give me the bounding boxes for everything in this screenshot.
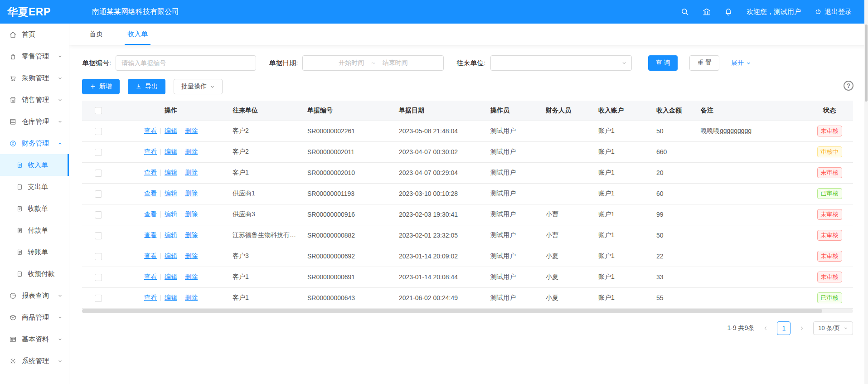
link-separator xyxy=(160,253,161,259)
delete-link[interactable]: 删除 xyxy=(185,294,198,301)
sidebar-subitem-5-2[interactable]: 收款单 xyxy=(0,198,69,219)
link-separator xyxy=(181,295,181,301)
doc-icon xyxy=(16,271,23,277)
view-link[interactable]: 查看 xyxy=(144,190,157,197)
sidebar-subitem-5-1[interactable]: 支出单 xyxy=(0,176,69,198)
select-all-checkbox[interactable] xyxy=(95,107,102,114)
horizontal-scrollbar[interactable] xyxy=(82,309,853,313)
column-header-amount: 收入金额 xyxy=(651,101,695,121)
bell-icon[interactable] xyxy=(724,7,733,16)
cell-status: 未审核 xyxy=(806,121,853,141)
tab-income[interactable]: 收入单 xyxy=(125,24,150,45)
edit-link[interactable]: 编辑 xyxy=(165,127,177,134)
row-checkbox[interactable] xyxy=(95,274,102,281)
row-checkbox[interactable] xyxy=(95,295,102,302)
edit-link[interactable]: 编辑 xyxy=(165,294,177,301)
sidebar-item-8[interactable]: 基本资料 xyxy=(0,328,69,350)
sidebar-item-9[interactable]: 系统管理 xyxy=(0,350,69,372)
delete-link[interactable]: 删除 xyxy=(185,252,198,259)
cell-account: 账户1 xyxy=(593,204,651,225)
expand-link[interactable]: 展开 xyxy=(731,59,751,67)
sidebar-item-3[interactable]: 销售管理 xyxy=(0,89,69,111)
vertical-scrollbar[interactable] xyxy=(864,0,868,384)
view-link[interactable]: 查看 xyxy=(144,273,157,280)
cell-amount: 22 xyxy=(651,246,695,267)
sidebar-menu: 首页零售管理采购管理销售管理仓库管理财务管理收入单支出单收款单付款单转账单收预付… xyxy=(0,24,69,372)
tab-home[interactable]: 首页 xyxy=(87,24,106,45)
sidebar-subitem-5-3[interactable]: 付款单 xyxy=(0,219,69,241)
cell-status: 未审核 xyxy=(806,246,853,267)
view-link[interactable]: 查看 xyxy=(144,294,157,301)
view-link[interactable]: 查看 xyxy=(144,210,157,218)
row-checkbox[interactable] xyxy=(95,211,102,219)
search-button[interactable]: 查 询 xyxy=(648,55,678,71)
delete-link[interactable]: 删除 xyxy=(185,169,198,176)
delete-link[interactable]: 删除 xyxy=(185,148,198,155)
number-input[interactable] xyxy=(116,55,256,71)
sidebar-item-6[interactable]: 报表查询 xyxy=(0,285,69,306)
edit-link[interactable]: 编辑 xyxy=(165,210,177,218)
delete-link[interactable]: 删除 xyxy=(185,273,198,280)
sidebar-item-0[interactable]: 首页 xyxy=(0,24,69,45)
sidebar-item-2[interactable]: 采购管理 xyxy=(0,67,69,89)
view-link[interactable]: 查看 xyxy=(144,148,157,155)
sidebar-item-5[interactable]: 财务管理 xyxy=(0,132,69,154)
sidebar-subitem-5-4[interactable]: 转账单 xyxy=(0,241,69,263)
cell-operator: 测试用户 xyxy=(485,225,540,246)
page-1-button[interactable]: 1 xyxy=(777,321,790,335)
scrollbar-thumb[interactable] xyxy=(865,24,868,102)
bank-icon[interactable] xyxy=(702,7,711,16)
sales-icon xyxy=(9,96,17,104)
logout-button[interactable]: 退出登录 xyxy=(815,8,852,16)
cell-number: SR00000002261 xyxy=(302,121,393,141)
batch-button[interactable]: 批量操作 xyxy=(174,79,223,94)
sidebar-subitem-5-5[interactable]: 收预付款 xyxy=(0,263,69,285)
view-link[interactable]: 查看 xyxy=(144,231,157,238)
edit-link[interactable]: 编辑 xyxy=(165,252,177,259)
row-checkbox[interactable] xyxy=(95,170,102,177)
cell-date: 2023-02-03 19:30:41 xyxy=(393,204,485,225)
export-button[interactable]: 导出 xyxy=(128,79,165,94)
link-separator xyxy=(160,190,161,197)
edit-link[interactable]: 编辑 xyxy=(165,231,177,238)
reset-button[interactable]: 重 置 xyxy=(689,55,719,71)
edit-link[interactable]: 编辑 xyxy=(165,273,177,280)
partner-select[interactable] xyxy=(490,55,632,71)
cell-actions: 查看编辑删除 xyxy=(115,267,227,287)
page-size-select[interactable]: 10 条/页 xyxy=(813,321,853,335)
next-page-button[interactable] xyxy=(795,321,809,335)
delete-link[interactable]: 删除 xyxy=(185,127,198,134)
basic-icon xyxy=(9,335,17,343)
prev-page-button[interactable] xyxy=(759,321,772,335)
warehouse-icon xyxy=(9,118,17,126)
status-badge: 已审核 xyxy=(817,188,842,199)
sidebar-item-7[interactable]: 商品管理 xyxy=(0,306,69,328)
sidebar-item-4[interactable]: 仓库管理 xyxy=(0,111,69,132)
sidebar-subitem-label: 收预付款 xyxy=(28,270,55,278)
view-link[interactable]: 查看 xyxy=(144,252,157,259)
date-range-input[interactable]: 开始时间 ~ 结束时间 xyxy=(302,55,444,71)
row-checkbox[interactable] xyxy=(95,232,102,239)
row-checkbox[interactable] xyxy=(95,128,102,135)
sidebar-subitem-5-0[interactable]: 收入单 xyxy=(0,154,69,176)
search-icon[interactable] xyxy=(680,7,689,16)
add-button[interactable]: 新增 xyxy=(82,79,120,94)
delete-link[interactable]: 删除 xyxy=(185,231,198,238)
row-checkbox[interactable] xyxy=(95,253,102,260)
edit-link[interactable]: 编辑 xyxy=(165,169,177,176)
cell-remark xyxy=(695,225,806,246)
edit-link[interactable]: 编辑 xyxy=(165,190,177,197)
row-checkbox[interactable] xyxy=(95,190,102,198)
welcome-text: 欢迎您，测试用户 xyxy=(747,8,801,16)
edit-link[interactable]: 编辑 xyxy=(165,148,177,155)
delete-link[interactable]: 删除 xyxy=(185,210,198,218)
sidebar-item-1[interactable]: 零售管理 xyxy=(0,45,69,67)
help-icon[interactable]: ? xyxy=(844,81,853,91)
cell-operator: 测试用户 xyxy=(485,162,540,183)
pagination: 1-9 共9条 1 10 条/页 xyxy=(82,321,853,335)
row-checkbox[interactable] xyxy=(95,149,102,156)
delete-link[interactable]: 删除 xyxy=(185,190,198,197)
view-link[interactable]: 查看 xyxy=(144,169,157,176)
scrollbar-thumb[interactable] xyxy=(82,309,822,313)
view-link[interactable]: 查看 xyxy=(144,127,157,134)
